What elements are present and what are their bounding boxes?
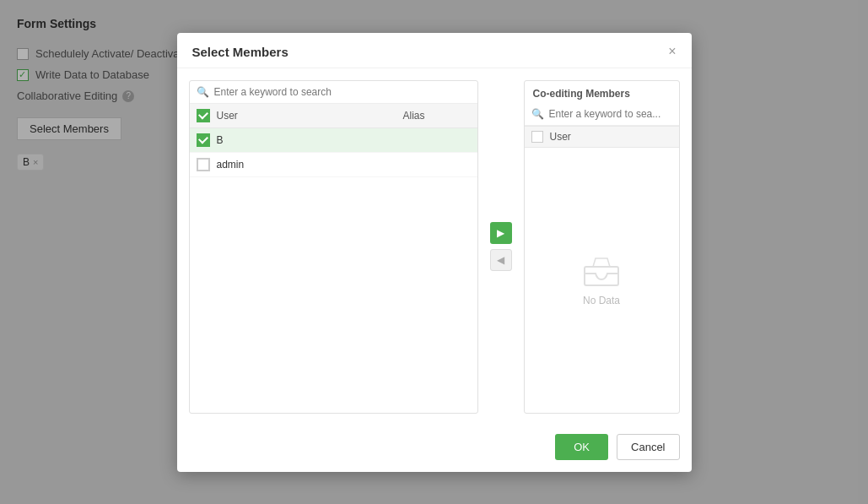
right-members-panel: Co-editing Members 🔍 User No Data	[524, 80, 680, 414]
move-right-button[interactable]: ▶	[490, 222, 512, 244]
col-alias-header: Alias	[403, 110, 471, 122]
left-search-icon: 🔍	[197, 86, 209, 98]
svg-rect-0	[585, 267, 618, 285]
no-data-icon	[580, 254, 623, 288]
modal-footer: OK Cancel	[177, 425, 692, 472]
left-search-input[interactable]	[214, 86, 471, 98]
row-username-admin: admin	[217, 159, 471, 171]
modal-title: Select Members	[192, 45, 288, 59]
move-left-button[interactable]: ◀	[490, 249, 512, 271]
table-row[interactable]: B	[190, 128, 477, 153]
right-search-box: 🔍	[525, 103, 679, 126]
right-search-icon: 🔍	[531, 108, 544, 120]
table-row[interactable]: admin	[190, 153, 477, 177]
right-search-input[interactable]	[549, 108, 672, 120]
row-checkbox-admin[interactable]	[197, 158, 210, 171]
right-col-user-header: User	[550, 131, 672, 143]
ok-button[interactable]: OK	[555, 434, 608, 460]
select-members-modal: Select Members × 🔍 User Alias B	[177, 33, 692, 472]
modal-header: Select Members ×	[177, 33, 692, 68]
left-search-box: 🔍	[190, 81, 477, 104]
no-data-text: No Data	[583, 295, 620, 306]
right-table-header: User	[525, 126, 679, 148]
left-members-panel: 🔍 User Alias B admin	[189, 80, 478, 414]
left-table-header: User Alias	[190, 104, 477, 128]
header-checkbox[interactable]	[197, 109, 210, 122]
right-header-checkbox[interactable]	[531, 131, 543, 143]
row-username-b: B	[217, 134, 471, 146]
no-data-area: No Data	[525, 148, 679, 413]
transfer-arrows: ▶ ◀	[490, 222, 512, 271]
co-editing-title: Co-editing Members	[525, 81, 679, 103]
modal-body: 🔍 User Alias B admin	[177, 68, 692, 425]
col-user-header: User	[217, 110, 396, 122]
cancel-button[interactable]: Cancel	[617, 434, 679, 460]
modal-overlay: Select Members × 🔍 User Alias B	[0, 0, 868, 504]
modal-close-button[interactable]: ×	[668, 45, 676, 58]
row-checkbox-b[interactable]	[197, 133, 210, 147]
